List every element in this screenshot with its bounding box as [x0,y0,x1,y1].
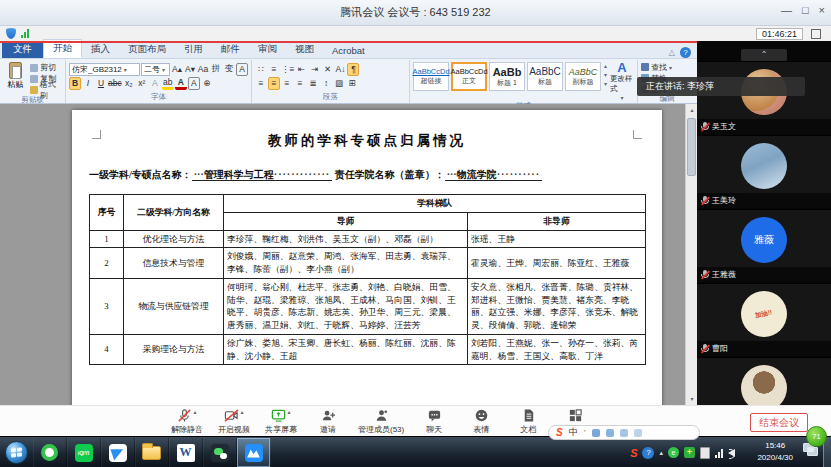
speedup-ball[interactable]: 71 [806,426,827,447]
sort-button[interactable] [334,63,346,76]
font-color-button[interactable] [175,77,187,90]
start-button[interactable] [5,441,28,464]
align-right-button[interactable] [281,77,293,90]
justify-button[interactable] [294,77,306,90]
tab-references[interactable]: 引用 [175,41,212,58]
font-name-combobox[interactable]: 仿宋_GB2312 [69,63,140,76]
voice-input-icon[interactable] [606,429,614,437]
tab-mailings[interactable]: 邮件 [212,41,249,58]
tab-pagelayout[interactable]: 页面布局 [119,41,175,58]
font-size-combobox[interactable]: 二号 [141,63,170,76]
numbering-button[interactable] [268,63,280,76]
security-shield-icon[interactable] [6,28,16,39]
asian-layout-button[interactable] [321,63,333,76]
maximize-icon[interactable] [802,4,809,16]
format-painter-button[interactable]: 格式刷 [30,84,62,95]
taskbar-app-tencent-meeting[interactable] [237,438,271,467]
participant-tile[interactable]: 雅薇 王雅薇 [697,209,831,282]
minimize-icon[interactable] [781,4,792,16]
styles-scroll-up-icon[interactable] [604,62,607,69]
start-video-button[interactable]: 开启视频 [217,408,251,435]
help-icon[interactable] [680,47,691,58]
line-spacing-button[interactable] [320,77,332,90]
safety-tray-icon[interactable] [684,447,695,458]
video-options-icon[interactable] [240,408,243,415]
punctuation-icon[interactable] [584,428,586,438]
style-title[interactable]: AaBbC 标题 [527,62,563,91]
bullets-button[interactable] [255,63,267,76]
char-shading-button[interactable] [188,77,200,90]
scroll-up-icon[interactable] [686,104,697,116]
bold-button[interactable] [69,77,81,90]
emoji-button[interactable]: 表情 [464,408,498,435]
taskbar-app-thunder[interactable] [101,438,135,467]
underline-button[interactable] [95,77,107,90]
tab-file[interactable]: 文件 [2,41,43,58]
taskbar-app-360browser[interactable] [33,438,67,467]
share-options-icon[interactable] [287,408,290,415]
chinese-mode-icon[interactable] [569,426,578,439]
highlight-button[interactable] [162,77,174,90]
chat-button[interactable]: 聊天 [417,408,451,435]
find-button[interactable]: 查找 [641,62,693,72]
toolbox-icon[interactable] [634,429,642,437]
participant-tile[interactable]: 加油!! 曹阳 [697,283,831,356]
taskbar-app-word[interactable]: W [169,438,203,467]
scroll-down-icon[interactable] [686,393,697,405]
scrollbar-thumb[interactable] [687,118,696,176]
tab-view[interactable]: 视图 [286,41,323,58]
participant-tile[interactable]: 吴玉文 [697,61,831,134]
sogou-logo-icon[interactable] [556,427,563,438]
superscript-button[interactable] [136,77,148,90]
taskbar-app-wechat[interactable] [203,438,237,467]
increase-indent-button[interactable] [308,63,320,76]
shading-button[interactable] [333,77,345,90]
styles-more-icon[interactable] [604,80,607,87]
network-tray-icon[interactable] [715,448,723,458]
borders-button[interactable] [346,77,358,90]
tab-acrobat[interactable]: Acrobat [323,43,374,58]
align-left-button[interactable] [255,77,267,90]
change-case-button[interactable] [197,63,209,76]
char-border-button[interactable] [223,63,235,76]
emoji-panel-icon[interactable] [592,429,600,437]
style-normal[interactable]: AaBbCcDd 正文 [451,62,487,91]
strikethrough-button[interactable] [108,77,122,90]
participant-tile[interactable]: 王美玲 [697,135,831,208]
grow-font-button[interactable] [171,63,183,76]
manage-members-button[interactable]: 管理成员(53) [358,408,404,435]
volume-tray-icon[interactable] [728,449,735,457]
unmute-button[interactable]: 解除静音 [170,408,204,435]
end-meeting-button[interactable]: 结束会议 [750,413,808,432]
taskbar-clock[interactable]: 15:46 2020/4/30 [757,440,793,463]
share-screen-button[interactable]: 共享屏幕 [264,408,298,435]
taskbar-app-iqiyi[interactable]: iQIYI [67,438,101,467]
clipboard-icon[interactable] [620,429,628,437]
ribbon-collapse-icon[interactable] [669,48,675,57]
phonetic-guide-button[interactable] [210,63,222,76]
show-marks-button[interactable] [347,63,359,76]
multilevel-list-button[interactable] [281,63,294,76]
tab-insert[interactable]: 插入 [82,41,119,58]
close-icon[interactable] [819,4,825,16]
mic-options-icon[interactable] [193,408,196,415]
fullscreen-icon[interactable] [811,29,821,39]
sogou-input-bar[interactable] [548,425,700,440]
styles-scroll-down-icon[interactable] [604,71,607,78]
align-center-button[interactable] [268,77,280,90]
docs-button[interactable]: 文档 [511,408,545,435]
sogou-tray-icon[interactable] [630,447,637,459]
participant-tile[interactable] [697,357,831,405]
clipboard-tray-icon[interactable] [700,447,710,459]
paste-button[interactable]: 粘贴 [3,62,27,95]
help-tray-icon[interactable] [642,447,654,459]
antivirus-tray-icon[interactable] [668,447,679,458]
style-heading1[interactable]: AaBb 标题 1 [489,62,525,91]
shrink-font-button[interactable] [184,63,196,76]
distribute-button[interactable] [307,77,319,90]
decrease-indent-button[interactable] [295,63,307,76]
vertical-scrollbar[interactable] [685,104,697,405]
document-page[interactable]: 教师的学科专硕点归属情况 一级学科/专硕点名称：管理科学与工程 责任学院名称（盖… [72,110,662,405]
subscript-button[interactable] [123,77,135,90]
enclose-char-button[interactable] [201,77,213,90]
